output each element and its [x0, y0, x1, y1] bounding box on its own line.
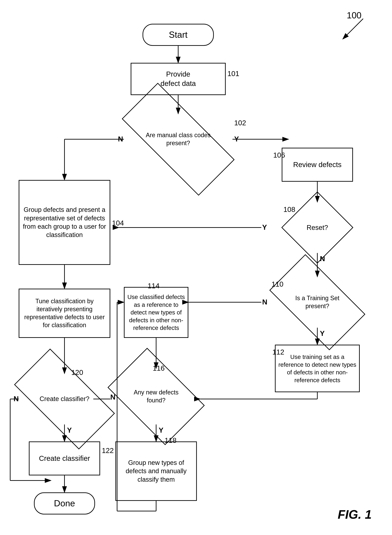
manual-class-codes-node: Are manual class codes present?	[122, 83, 235, 196]
label-y-training: Y	[320, 329, 325, 338]
svg-line-28	[343, 19, 363, 39]
provide-defect-data-node: Provide defect data	[131, 63, 226, 95]
ref-122: 122	[102, 446, 114, 455]
label-n-reset: N	[320, 255, 325, 263]
any-new-defects-node: Any new defects found?	[107, 348, 205, 445]
use-classified-defects-node: Use classified defects as a reference to…	[124, 287, 188, 338]
group-new-types-node: Group new types of defects and manually …	[115, 441, 197, 501]
ref-118: 118	[165, 436, 177, 445]
ref-106: 106	[273, 151, 285, 159]
create-classifier-q-node: Create classifier?	[14, 349, 115, 449]
label-y-new-defects: Y	[159, 426, 163, 434]
label-y-create-q: Y	[67, 426, 72, 434]
create-classifier-node: Create classifier	[29, 441, 100, 475]
tune-classification-node: Tune classification by iteratively prese…	[19, 289, 110, 338]
label-n-new-defects: N	[110, 393, 115, 401]
ref-116: 116	[153, 364, 165, 372]
done-node: Done	[34, 492, 95, 514]
ref-114: 114	[148, 282, 159, 290]
figure-label: FIG. 1	[338, 507, 372, 521]
review-defects-node: Review defects	[282, 148, 353, 182]
label-n-manual: N	[118, 135, 123, 143]
training-set-node: Is a Training Set present?	[269, 254, 365, 350]
label-n-training: N	[262, 298, 267, 306]
ref-101: 101	[227, 70, 239, 78]
reset-node: Reset?	[281, 192, 353, 263]
ref-100-arrow	[338, 14, 368, 44]
ref-112: 112	[272, 348, 284, 356]
start-node: Start	[143, 24, 214, 46]
label-y-reset: Y	[262, 223, 267, 231]
ref-108: 108	[283, 206, 295, 214]
ref-120: 120	[71, 368, 83, 377]
group-defects-node: Group defects and present a representati…	[19, 180, 110, 265]
label-y-manual: Y	[234, 135, 239, 143]
label-n-create-q: N	[14, 395, 19, 403]
ref-110: 110	[271, 280, 283, 288]
use-training-set-node: Use training set as a reference to detec…	[275, 345, 360, 392]
ref-104: 104	[112, 219, 124, 227]
flowchart-diagram: Start Provide defect data 101 Are manual…	[0, 0, 392, 535]
ref-102: 102	[234, 119, 246, 127]
